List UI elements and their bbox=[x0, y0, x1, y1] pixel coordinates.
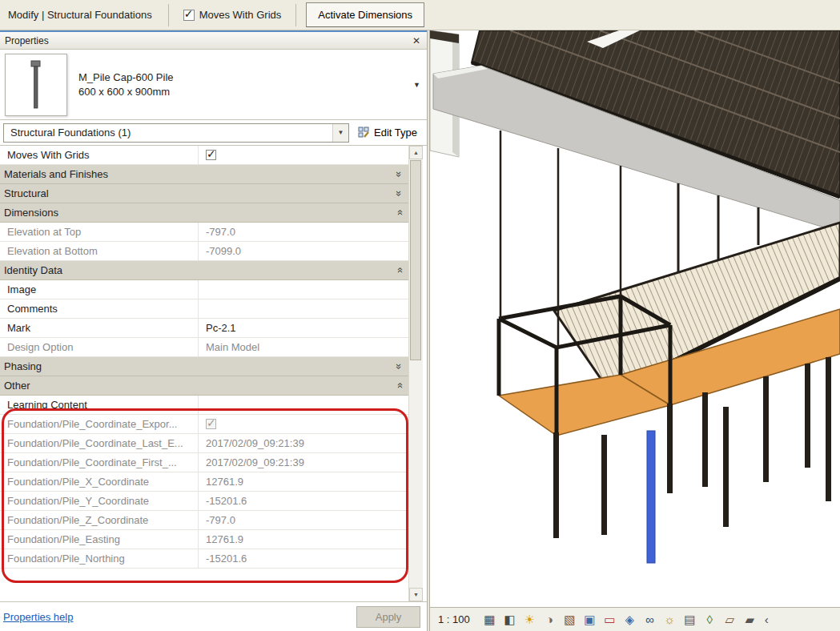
property-value[interactable]: Pc-2.1 bbox=[199, 319, 408, 337]
property-value: -797.0 bbox=[199, 223, 408, 241]
temporary-view-properties-icon[interactable]: ▤ bbox=[683, 613, 697, 625]
property-label: Foundation/Pile_Easting bbox=[0, 530, 199, 549]
detail-level-icon[interactable]: ▦ bbox=[483, 613, 496, 625]
expand-section-icon[interactable]: » bbox=[394, 171, 404, 177]
property-value[interactable] bbox=[199, 299, 408, 318]
property-label: Foundation/Pile_Northing bbox=[0, 549, 199, 568]
apply-button[interactable]: Apply bbox=[356, 606, 420, 628]
sun-path-icon[interactable]: ☀ bbox=[523, 613, 537, 625]
rendering-dialog-icon[interactable]: ▧ bbox=[563, 613, 577, 625]
chevron-down-icon[interactable]: ▼ bbox=[332, 124, 348, 142]
analytical-model-icon[interactable]: ◊ bbox=[703, 613, 717, 625]
options-separator bbox=[168, 4, 169, 26]
activate-dimensions-button[interactable]: Activate Dimensions bbox=[306, 2, 424, 27]
property-label: Comments bbox=[0, 299, 199, 318]
properties-panel-title: Properties bbox=[5, 35, 49, 46]
type-selector[interactable]: M_Pile Cap-600 Pile 600 x 600 x 900mm ▼ bbox=[0, 50, 427, 120]
expand-section-icon[interactable]: » bbox=[394, 191, 404, 196]
property-value[interactable] bbox=[199, 280, 408, 299]
worksharing-display-icon[interactable]: ▱ bbox=[723, 613, 737, 625]
scroll-up-icon[interactable]: ▲ bbox=[409, 146, 423, 159]
property-value[interactable] bbox=[199, 146, 408, 164]
pile[interactable] bbox=[601, 435, 607, 535]
property-row-foundation-pile-easting: Foundation/Pile_Easting12761.9 bbox=[0, 530, 408, 549]
crop-view-icon[interactable]: ▣ bbox=[583, 613, 597, 625]
property-value: -15201.6 bbox=[199, 492, 408, 510]
section-label: Other bbox=[4, 380, 30, 392]
close-icon[interactable]: ✕ bbox=[412, 35, 420, 46]
displacement-sets-icon[interactable]: ▰ bbox=[743, 613, 757, 625]
section-row-identity-data[interactable]: Identity Data» bbox=[0, 261, 408, 280]
property-row-foundation-pile-coordinate-first: Foundation/Pile_Coordinate_First_...2017… bbox=[0, 453, 408, 472]
section-label: Phasing bbox=[4, 360, 42, 372]
moves-with-grids-checkbox[interactable] bbox=[183, 10, 195, 21]
modify-contextual-tab[interactable]: Modify | Structural Foundations bbox=[0, 9, 165, 21]
view-lock-icon[interactable]: ◈ bbox=[623, 613, 637, 625]
edit-type-button[interactable]: Edit Type bbox=[355, 125, 420, 140]
property-checkbox[interactable] bbox=[206, 150, 216, 160]
properties-panel: Properties ✕ M_Pile Cap-600 Pile 600 x 6… bbox=[0, 30, 427, 631]
selection-filter-combobox[interactable]: Structural Foundations (1) ▼ bbox=[3, 123, 349, 143]
type-size-name: 600 x 600 x 900mm bbox=[78, 85, 174, 99]
moves-with-grids-option[interactable]: Moves With Grids bbox=[172, 9, 293, 21]
properties-scrollbar[interactable]: ▲ ▼ bbox=[408, 146, 423, 601]
scrollbar-thumb[interactable] bbox=[410, 160, 421, 360]
collapse-section-icon[interactable]: » bbox=[394, 210, 404, 215]
pile-type-thumbnail bbox=[5, 54, 67, 116]
property-row-foundation-pile-coordinate-last-e: Foundation/Pile_Coordinate_Last_E...2017… bbox=[0, 434, 408, 453]
property-value bbox=[199, 415, 408, 433]
section-row-dimensions[interactable]: Dimensions» bbox=[0, 203, 408, 223]
collapse-section-icon[interactable]: » bbox=[394, 383, 404, 388]
section-row-other[interactable]: Other» bbox=[0, 376, 408, 396]
pile[interactable] bbox=[667, 404, 673, 493]
property-label: Elevation at Bottom bbox=[0, 242, 199, 260]
drawing-area[interactable]: 1 : 100 ▦◧☀◑▧▣▭◈∞☼▤◊▱▰ ‹ bbox=[430, 30, 840, 631]
property-label: Mark bbox=[0, 319, 199, 337]
property-value: -15201.6 bbox=[199, 549, 408, 568]
pile[interactable] bbox=[553, 432, 559, 538]
pile[interactable] bbox=[763, 376, 769, 482]
selected-pile[interactable] bbox=[647, 431, 655, 563]
scroll-down-icon[interactable]: ▼ bbox=[409, 588, 423, 601]
type-family-name: M_Pile Cap-600 Pile bbox=[78, 70, 174, 85]
reveal-hidden-icon[interactable]: ☼ bbox=[663, 613, 677, 625]
property-row-elevation-at-bottom: Elevation at Bottom-7099.0 bbox=[0, 242, 408, 261]
view-scale-control[interactable]: 1 : 100 bbox=[438, 613, 470, 625]
property-row-comments: Comments bbox=[0, 299, 408, 319]
3d-view-canvas[interactable] bbox=[430, 30, 840, 607]
chevron-down-icon[interactable]: ▼ bbox=[413, 81, 420, 89]
property-row-foundation-pile-y-coordinate: Foundation/Pile_Y_Coordinate-15201.6 bbox=[0, 492, 408, 511]
edit-type-icon bbox=[358, 127, 370, 139]
property-value: -797.0 bbox=[199, 511, 408, 529]
temporary-hide-isolate-icon[interactable]: ∞ bbox=[643, 613, 657, 625]
pile[interactable] bbox=[723, 407, 729, 527]
properties-help-link[interactable]: Properties help bbox=[3, 611, 73, 623]
pile[interactable] bbox=[826, 357, 831, 501]
pile[interactable] bbox=[805, 364, 810, 468]
show-crop-region-icon[interactable]: ▭ bbox=[603, 613, 617, 625]
shadows-icon[interactable]: ◑ bbox=[543, 613, 557, 625]
section-row-phasing[interactable]: Phasing» bbox=[0, 357, 408, 376]
property-value[interactable] bbox=[199, 396, 408, 414]
section-row-materials-and-finishes[interactable]: Materials and Finishes» bbox=[0, 165, 408, 184]
pile[interactable] bbox=[702, 392, 708, 487]
property-label: Foundation/Pile_Coordinate_Expor... bbox=[0, 415, 199, 433]
visual-style-icon[interactable]: ◧ bbox=[503, 613, 516, 625]
property-row-learning-content: Learning Content bbox=[0, 396, 408, 415]
property-row-design-option: Design OptionMain Model bbox=[0, 338, 408, 357]
expand-section-icon[interactable]: » bbox=[394, 364, 404, 369]
moves-with-grids-label: Moves With Grids bbox=[199, 9, 282, 21]
collapse-view-bar-icon[interactable]: ‹ bbox=[765, 613, 769, 626]
view-control-bar: 1 : 100 ▦◧☀◑▧▣▭◈∞☼▤◊▱▰ ‹ bbox=[430, 607, 840, 631]
property-label: Learning Content bbox=[0, 396, 199, 414]
property-value: 12761.9 bbox=[199, 472, 408, 491]
property-checkbox bbox=[206, 419, 216, 429]
section-label: Structural bbox=[4, 187, 49, 199]
property-label: Moves With Grids bbox=[0, 146, 199, 164]
property-row-moves-with-grids: Moves With Grids bbox=[0, 146, 408, 165]
collapse-section-icon[interactable]: » bbox=[394, 267, 404, 273]
section-label: Dimensions bbox=[4, 207, 58, 219]
property-value: 2017/02/09_09:21:39 bbox=[199, 453, 408, 472]
property-label: Foundation/Pile_X_Coordinate bbox=[0, 472, 199, 491]
section-row-structural[interactable]: Structural» bbox=[0, 184, 408, 203]
